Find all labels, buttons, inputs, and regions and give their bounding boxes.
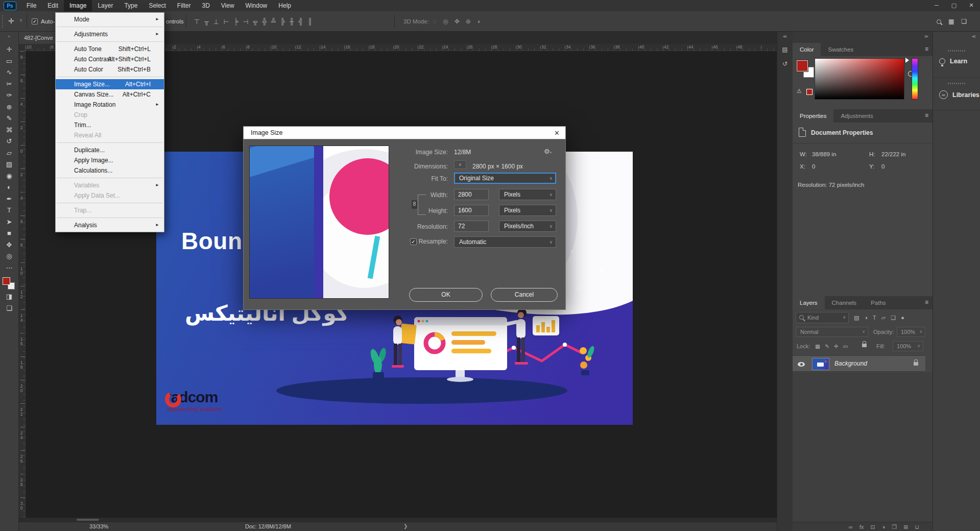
gamut-warning-swatch[interactable] <box>806 89 812 95</box>
menu-item-apply-image[interactable]: Apply Image... <box>56 155 164 165</box>
menu-filter[interactable]: Filter <box>172 0 197 11</box>
auto-select-checkbox[interactable]: ✓ <box>32 18 38 25</box>
history-brush-tool[interactable]: ↺ <box>7 138 12 145</box>
distribute-right-edges-icon[interactable]: ╣ <box>299 18 303 25</box>
3d-orbit-icon[interactable]: ◌ <box>433 18 437 25</box>
menu-item-mode[interactable]: Mode► <box>56 14 164 25</box>
menu-help[interactable]: Help <box>273 0 297 11</box>
distribute-spacing-icon[interactable]: ║ <box>307 18 312 25</box>
menu-item-image-size[interactable]: Image Size...Alt+Ctrl+I <box>56 79 164 89</box>
color-saturation-field[interactable] <box>815 58 904 100</box>
horizontal-scrollbar[interactable] <box>26 518 777 522</box>
tab-adjustments[interactable]: Adjustments <box>833 109 880 123</box>
lock-all-icon[interactable] <box>862 344 867 347</box>
screen-mode-icon[interactable]: ❏ <box>6 305 12 312</box>
tab-swatches[interactable]: Swatches <box>821 43 861 56</box>
move-tool-icon[interactable]: ✛ <box>8 17 14 25</box>
layer-mask-icon[interactable]: ⊡ <box>870 523 875 531</box>
brush-tool[interactable]: ✎ <box>7 115 12 122</box>
collapse-icon[interactable]: ≪ <box>972 34 976 39</box>
menu-image[interactable]: Image <box>64 0 92 11</box>
align-vertical-centers-icon[interactable]: ╥ <box>204 18 209 25</box>
crop-tool[interactable]: ✂ <box>7 81 12 88</box>
zoom-level[interactable]: 33/33% <box>89 523 108 529</box>
filter-pixel-layers-icon[interactable]: ▨ <box>854 315 859 321</box>
width-unit-select[interactable]: Pixels∨ <box>499 189 556 200</box>
filter-adjustment-layers-icon[interactable]: ◑ <box>864 315 868 321</box>
type-tool[interactable]: T <box>7 207 11 214</box>
menu-3d[interactable]: 3D <box>196 0 215 11</box>
collapse-panels-icon[interactable]: ≫ <box>924 34 928 39</box>
toolbar-collapse-icon[interactable]: » <box>0 32 18 39</box>
opacity-select[interactable]: 100% ∨ <box>897 327 925 337</box>
tab-properties[interactable]: Properties <box>793 109 833 123</box>
lock-transparency-icon[interactable]: ▦ <box>815 343 820 349</box>
tab-color[interactable]: Color <box>793 43 821 56</box>
align-left-edges-icon[interactable]: ⊢ <box>224 18 229 26</box>
scrollbar-thumb[interactable] <box>77 519 99 521</box>
healing-brush-tool[interactable]: ⊕ <box>7 104 12 111</box>
panel-menu-icon[interactable]: ≡ <box>925 299 928 306</box>
gradient-tool[interactable]: ▨ <box>6 161 12 168</box>
image-preview[interactable] <box>249 146 389 299</box>
link-dimensions-icon[interactable]: 8 <box>412 200 417 209</box>
gamut-warning-icon[interactable]: ⚠ <box>797 88 802 94</box>
menu-item-analysis[interactable]: Analysis► <box>56 220 164 230</box>
extras-panel-icon[interactable]: ❏ <box>961 18 967 25</box>
layer-filter-select[interactable]: Kind ∨ <box>796 312 849 323</box>
close-icon[interactable]: ✕ <box>963 0 980 11</box>
menu-item-calculations[interactable]: Calculations... <box>56 165 164 176</box>
blur-tool[interactable]: ◉ <box>6 173 12 180</box>
menu-item-auto-tone[interactable]: Auto ToneShift+Ctrl+L <box>56 44 164 54</box>
layer-lock-icon[interactable] <box>914 362 918 366</box>
lock-artboard-icon[interactable]: ▭ <box>843 343 848 349</box>
edit-toolbar[interactable]: ⋯ <box>6 264 13 272</box>
lock-move-icon[interactable]: ✛ <box>834 343 839 349</box>
align-top-edges-icon[interactable]: ⊤ <box>194 18 200 26</box>
layer-effects-icon[interactable]: fx <box>859 523 864 531</box>
gear-icon[interactable]: ⚙▾ <box>544 148 552 155</box>
distribute-horizontal-centers-icon[interactable]: ╫ <box>290 18 294 25</box>
distribute-top-edges-icon[interactable]: ╦ <box>253 18 257 25</box>
learn-panel-item[interactable]: Learn <box>933 45 980 78</box>
width-input[interactable] <box>454 189 489 200</box>
height-input[interactable] <box>454 205 489 216</box>
menu-item-auto-color[interactable]: Auto ColorShift+Ctrl+B <box>56 64 164 75</box>
distribute-vertical-centers-icon[interactable]: ╬ <box>262 18 267 25</box>
3d-pan-icon[interactable]: ✥ <box>455 18 460 25</box>
libraries-panel-item[interactable]: ∞ Libraries <box>933 78 980 110</box>
distribute-bottom-edges-icon[interactable]: ╩ <box>271 18 276 25</box>
layer-row-background[interactable]: Background <box>793 355 925 372</box>
resample-checkbox[interactable]: ✓ <box>410 238 417 245</box>
link-layers-icon[interactable]: ∞ <box>849 523 853 531</box>
height-unit-select[interactable]: Pixels∨ <box>499 205 556 216</box>
minimize-icon[interactable]: ─ <box>928 0 945 11</box>
menu-item-auto-contrast[interactable]: Auto ContrastAlt+Shift+Ctrl+L <box>56 54 164 64</box>
hand-tool[interactable]: ✥ <box>7 242 12 249</box>
expand-panels-icon[interactable]: ≪ <box>777 32 793 39</box>
cancel-button[interactable]: Cancel <box>491 288 558 302</box>
panel-menu-icon[interactable]: ≡ <box>925 112 928 119</box>
menu-item-image-rotation[interactable]: Image Rotation► <box>56 100 164 110</box>
search-icon[interactable] <box>937 19 941 24</box>
layer-name[interactable]: Background <box>834 360 867 367</box>
distribute-left-edges-icon[interactable]: ╠ <box>280 18 285 25</box>
pen-tool[interactable]: ✒ <box>7 196 12 203</box>
menu-item-duplicate[interactable]: Duplicate... <box>56 145 164 155</box>
resolution-input[interactable] <box>454 221 489 232</box>
menu-item-adjustments[interactable]: Adjustments► <box>56 29 164 39</box>
maximize-icon[interactable]: ▢ <box>945 0 963 11</box>
menu-layer[interactable]: Layer <box>92 0 118 11</box>
3d-slide-icon[interactable]: ⊕ <box>466 18 471 25</box>
quick-mask-icon[interactable]: ◨ <box>6 293 12 300</box>
menu-item-trim[interactable]: Trim... <box>56 120 164 130</box>
layer-thumbnail[interactable] <box>812 358 829 370</box>
fit-to-select[interactable]: Original Size ∨ <box>454 173 556 184</box>
blend-mode-select[interactable]: Normal ∨ <box>796 327 868 337</box>
tab-paths[interactable]: Paths <box>864 296 893 309</box>
eraser-tool[interactable]: ▱ <box>7 150 12 157</box>
fill-select[interactable]: 100% ∨ <box>893 341 923 351</box>
menu-view[interactable]: View <box>216 0 240 11</box>
rectangle-tool[interactable]: ■ <box>7 230 11 237</box>
align-bottom-edges-icon[interactable]: ⊥ <box>213 18 219 26</box>
